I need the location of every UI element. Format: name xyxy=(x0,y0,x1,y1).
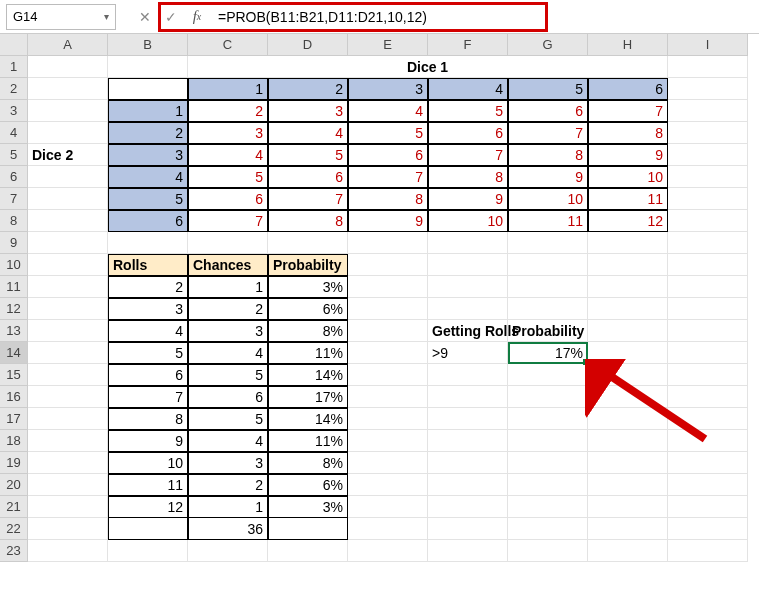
cell[interactable] xyxy=(668,408,748,430)
tbl-chances[interactable]: 2 xyxy=(188,298,268,320)
cell[interactable] xyxy=(348,386,428,408)
cell[interactable] xyxy=(508,540,588,562)
dice-sum[interactable]: 7 xyxy=(268,188,348,210)
cell[interactable] xyxy=(348,364,428,386)
cell[interactable] xyxy=(668,496,748,518)
dice-col-header[interactable]: 1 xyxy=(188,78,268,100)
cell[interactable] xyxy=(268,540,348,562)
tbl-chances[interactable]: 4 xyxy=(188,342,268,364)
cell[interactable] xyxy=(28,540,108,562)
tbl-rolls[interactable]: 11 xyxy=(108,474,188,496)
dice-sum[interactable]: 8 xyxy=(508,144,588,166)
tbl-rolls[interactable]: 7 xyxy=(108,386,188,408)
cell[interactable] xyxy=(508,298,588,320)
dice-sum[interactable]: 7 xyxy=(508,122,588,144)
dice-col-header[interactable]: 2 xyxy=(268,78,348,100)
cell[interactable] xyxy=(668,298,748,320)
dice-row-header[interactable]: 5 xyxy=(108,188,188,210)
col-header[interactable]: F xyxy=(428,34,508,56)
tbl-prob[interactable]: 3% xyxy=(268,276,348,298)
dice-sum[interactable]: 6 xyxy=(268,166,348,188)
cell[interactable] xyxy=(668,364,748,386)
row-header[interactable]: 12 xyxy=(0,298,28,320)
cell[interactable] xyxy=(28,408,108,430)
cell[interactable] xyxy=(428,452,508,474)
cell[interactable] xyxy=(108,232,188,254)
row-header[interactable]: 9 xyxy=(0,232,28,254)
tbl-prob[interactable]: 17% xyxy=(268,386,348,408)
dice-sum[interactable]: 12 xyxy=(588,210,668,232)
col-header[interactable]: C xyxy=(188,34,268,56)
row-header[interactable]: 18 xyxy=(0,430,28,452)
tbl-prob[interactable]: 3% xyxy=(268,496,348,518)
cell[interactable] xyxy=(428,496,508,518)
tbl-chances[interactable]: 1 xyxy=(188,496,268,518)
cell[interactable] xyxy=(428,540,508,562)
cell[interactable] xyxy=(588,320,668,342)
tbl-prob[interactable]: 14% xyxy=(268,408,348,430)
col-header[interactable]: I xyxy=(668,34,748,56)
cell[interactable] xyxy=(28,100,108,122)
cell[interactable] xyxy=(668,232,748,254)
cell[interactable] xyxy=(28,298,108,320)
col-header[interactable]: G xyxy=(508,34,588,56)
cell[interactable] xyxy=(108,540,188,562)
dice-sum[interactable]: 10 xyxy=(428,210,508,232)
cell[interactable] xyxy=(348,320,428,342)
dice-col-header[interactable]: 4 xyxy=(428,78,508,100)
rolls-header[interactable]: Rolls xyxy=(108,254,188,276)
tbl-chances[interactable]: 2 xyxy=(188,474,268,496)
cell[interactable] xyxy=(428,408,508,430)
dice-sum[interactable]: 5 xyxy=(348,122,428,144)
cell[interactable] xyxy=(668,100,748,122)
cell[interactable] xyxy=(348,474,428,496)
cell[interactable] xyxy=(28,474,108,496)
dice-sum[interactable]: 6 xyxy=(348,144,428,166)
cell[interactable] xyxy=(508,254,588,276)
cell[interactable] xyxy=(668,540,748,562)
cell[interactable] xyxy=(588,408,668,430)
chances-header[interactable]: Chances xyxy=(188,254,268,276)
condition-cell[interactable]: >9 xyxy=(428,342,508,364)
dice-row-header[interactable]: 6 xyxy=(108,210,188,232)
tbl-rolls[interactable]: 8 xyxy=(108,408,188,430)
row-header[interactable]: 15 xyxy=(0,364,28,386)
cell[interactable] xyxy=(428,276,508,298)
dice-sum[interactable]: 3 xyxy=(268,100,348,122)
dice-row-header[interactable]: 3 xyxy=(108,144,188,166)
cell[interactable] xyxy=(668,386,748,408)
formula-input[interactable]: =PROB(B11:B21,D11:D21,10,12) xyxy=(212,4,753,30)
cell[interactable] xyxy=(108,78,188,100)
dice-sum[interactable]: 8 xyxy=(268,210,348,232)
tbl-chances[interactable]: 5 xyxy=(188,408,268,430)
row-header[interactable]: 17 xyxy=(0,408,28,430)
cell[interactable] xyxy=(28,342,108,364)
cell[interactable] xyxy=(668,166,748,188)
row-header[interactable]: 10 xyxy=(0,254,28,276)
cell[interactable] xyxy=(508,452,588,474)
dice-sum[interactable]: 9 xyxy=(428,188,508,210)
tbl-rolls[interactable]: 9 xyxy=(108,430,188,452)
dice-row-header[interactable]: 4 xyxy=(108,166,188,188)
cell[interactable] xyxy=(508,364,588,386)
cell[interactable] xyxy=(268,232,348,254)
cell[interactable] xyxy=(668,188,748,210)
cell[interactable] xyxy=(428,430,508,452)
row-header[interactable]: 1 xyxy=(0,56,28,78)
probability-label[interactable]: Probability xyxy=(508,320,588,342)
cell[interactable] xyxy=(508,474,588,496)
row-header[interactable]: 7 xyxy=(0,188,28,210)
col-header[interactable]: D xyxy=(268,34,348,56)
tbl-chances[interactable]: 3 xyxy=(188,320,268,342)
cell[interactable] xyxy=(28,232,108,254)
row-header[interactable]: 8 xyxy=(0,210,28,232)
col-header[interactable]: E xyxy=(348,34,428,56)
cell[interactable] xyxy=(28,364,108,386)
name-box[interactable]: G14 ▾ xyxy=(6,4,116,30)
dice-sum[interactable]: 6 xyxy=(188,188,268,210)
col-header[interactable]: A xyxy=(28,34,108,56)
cell[interactable] xyxy=(348,430,428,452)
row-header[interactable]: 3 xyxy=(0,100,28,122)
cell[interactable] xyxy=(668,474,748,496)
dice-sum[interactable]: 5 xyxy=(268,144,348,166)
